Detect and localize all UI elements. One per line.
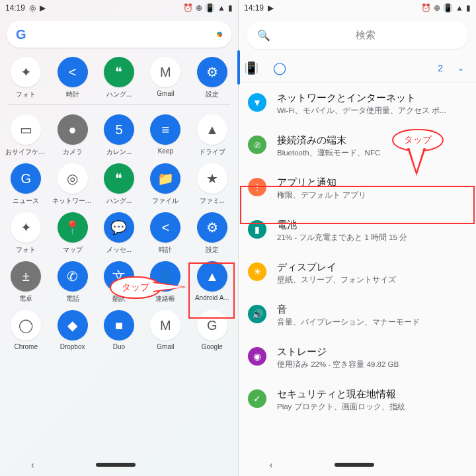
row-title: 接続済みの端末 xyxy=(277,134,380,147)
app-icon: G xyxy=(11,163,41,194)
row-text: ディスプレイ壁紙、スリーブ、フォントサイズ xyxy=(277,261,396,285)
alarm-icon: ⏰ xyxy=(421,3,431,13)
app-メッセ...[interactable]: 💬メッセ... xyxy=(96,212,142,255)
chevron-down-icon: ⌄ xyxy=(457,63,464,73)
app-Dropbox[interactable]: ◆Dropbox xyxy=(49,310,95,350)
app-ハング...[interactable]: ❝ハング... xyxy=(96,163,142,206)
app-Duo[interactable]: ■Duo xyxy=(96,310,142,350)
app-label: Chrome xyxy=(14,343,38,350)
back-button[interactable]: ‹ xyxy=(270,459,273,470)
app-Gmail[interactable]: MGmail xyxy=(142,310,188,350)
row-title: ネットワークとインターネット xyxy=(277,92,446,104)
status-right-icons: ⏰ ⊕ 📳 ▲ ▮ xyxy=(183,3,233,13)
app-icon: ▭ xyxy=(11,114,41,145)
app-電話[interactable]: ✆電話 xyxy=(49,261,95,303)
row-title: 電池 xyxy=(277,219,407,231)
app-icon: 👤 xyxy=(150,261,180,292)
app-フォト[interactable]: ✦フォト xyxy=(3,57,49,99)
settings-search-bar[interactable]: 🔍 検索 xyxy=(247,21,468,49)
row-icon: 🔊 xyxy=(248,305,266,323)
app-icon: ▲ xyxy=(197,114,227,145)
app-おサイフケータ...[interactable]: ▭おサイフケータ... xyxy=(3,114,49,157)
row-icon: ☀ xyxy=(248,262,266,281)
app-カレン...[interactable]: 5カレン... xyxy=(96,114,142,157)
app-label: 連絡帳 xyxy=(155,294,175,303)
app-icon: 📁 xyxy=(150,163,180,194)
app-Chrome[interactable]: ◯Chrome xyxy=(3,310,49,350)
app-label: 時計 xyxy=(66,90,79,99)
app-label: Dropbox xyxy=(60,343,85,350)
app-label: ハング... xyxy=(106,196,132,206)
app-label: 翻訳 xyxy=(112,294,126,303)
row-text: ネットワークとインターネットWi-Fi、モバイル、データ使用量、アクセス ポ..… xyxy=(277,92,446,116)
app-設定[interactable]: ⚙設定 xyxy=(189,212,235,255)
row-subtitle: Play プロテクト、画面ロック、指紋 xyxy=(277,402,405,412)
settings-row-音[interactable]: 🔊音音量、バイブレーション、マナーモード xyxy=(239,294,476,337)
settings-row-ストレージ[interactable]: ◉ストレージ使用済み 22% - 空き容量 49.82 GB xyxy=(239,337,476,379)
settings-row-電池[interactable]: ▮電池21% - フル充電まであと 1 時間 15 分 xyxy=(239,210,476,252)
app-icon: 💬 xyxy=(104,212,134,243)
row-icon: ⎚ xyxy=(248,136,266,154)
settings-list: ▼ネットワークとインターネットWi-Fi、モバイル、データ使用量、アクセス ポ.… xyxy=(239,83,476,421)
app-ネットワークフ...[interactable]: ◎ネットワークフ... xyxy=(49,163,95,206)
app-label: 電話 xyxy=(66,294,79,303)
app-連絡帳[interactable]: 👤連絡帳 xyxy=(142,261,188,303)
app-Android A...[interactable]: ▲Android A... xyxy=(189,261,235,303)
app-設定[interactable]: ⚙設定 xyxy=(189,57,235,99)
app-label: カレン... xyxy=(106,147,132,157)
divider xyxy=(8,104,230,105)
app-icon: G xyxy=(197,310,227,340)
settings-row-セキュリティと現在地情報[interactable]: ✓セキュリティと現在地情報Play プロテクト、画面ロック、指紋 xyxy=(239,379,476,421)
app-フォト[interactable]: ✦フォト xyxy=(3,212,49,255)
status-icon: ▶ xyxy=(40,3,46,13)
app-ファイル[interactable]: 📁ファイル xyxy=(142,163,188,206)
clock-text: 14:19 xyxy=(5,3,25,13)
settings-row-ネットワークとインターネット[interactable]: ▼ネットワークとインターネットWi-Fi、モバイル、データ使用量、アクセス ポ.… xyxy=(239,83,476,125)
google-search-bar[interactable]: G xyxy=(7,21,231,48)
settings-row-接続済みの端末[interactable]: ⎚接続済みの端末Bluetooth、運転モード、NFC xyxy=(239,125,476,167)
row-title: ディスプレイ xyxy=(277,261,396,274)
app-Keep[interactable]: ≡Keep xyxy=(142,114,188,157)
status-bar: 14:19 ◎ ▶ ⏰ ⊕ 📳 ▲ ▮ xyxy=(0,0,238,16)
app-時計[interactable]: <時計 xyxy=(49,57,95,99)
suggestion-strip[interactable]: 📳 ◯ 2 ⌄ xyxy=(239,54,476,83)
vibrate-suggestion-icon: 📳 xyxy=(244,61,258,75)
app-電卓[interactable]: ±電卓 xyxy=(3,261,49,303)
app-ニュース[interactable]: Gニュース xyxy=(3,163,49,206)
app-icon: ⚙ xyxy=(197,212,227,243)
app-ドライブ[interactable]: ▲ドライブ xyxy=(189,114,235,157)
back-button[interactable]: ‹ xyxy=(31,459,34,470)
wifi-icon: ▲ xyxy=(218,3,225,13)
home-pill[interactable] xyxy=(96,463,136,467)
app-icon: ✆ xyxy=(58,261,88,292)
settings-row-アプリと通知[interactable]: ⋮⋮⋮アプリと通知権限、デフォルト アプリ xyxy=(239,167,476,210)
status-right-icons: ⏰ ⊕ 📳 ▲ ▮ xyxy=(421,3,471,13)
app-icon: 📍 xyxy=(58,212,88,243)
nav-bar: ‹ xyxy=(0,456,238,473)
row-icon: ✓ xyxy=(248,389,266,408)
assistant-icon[interactable] xyxy=(217,32,222,37)
app-icon: < xyxy=(150,212,180,243)
app-icon: M xyxy=(150,57,180,87)
app-ファミ...[interactable]: ★ファミ... xyxy=(189,163,235,206)
app-カメラ[interactable]: ●カメラ xyxy=(49,114,95,157)
app-ハング...[interactable]: ❝ハング... xyxy=(96,57,142,99)
settings-row-ディスプレイ[interactable]: ☀ディスプレイ壁紙、スリーブ、フォントサイズ xyxy=(239,252,476,294)
app-マップ[interactable]: 📍マップ xyxy=(49,212,95,255)
app-icon: ≡ xyxy=(150,114,180,145)
home-pill[interactable] xyxy=(335,463,374,467)
app-label: メッセ... xyxy=(106,245,132,255)
app-翻訳[interactable]: 文翻訳 xyxy=(96,261,142,303)
app-Google[interactable]: GGoogle xyxy=(189,310,235,350)
row-subtitle: 壁紙、スリーブ、フォントサイズ xyxy=(277,275,396,285)
vibrate-icon: 📳 xyxy=(443,3,453,13)
app-時計[interactable]: <時計 xyxy=(142,212,188,255)
row-title: 音 xyxy=(277,303,420,316)
update-icon: ⊕ xyxy=(196,3,202,13)
row-icon: ◉ xyxy=(248,347,266,366)
battery-icon: ▮ xyxy=(228,3,233,13)
app-label: Gmail xyxy=(157,343,174,350)
app-Gmail[interactable]: MGmail xyxy=(142,57,188,99)
row-text: 電池21% - フル充電まであと 1 時間 15 分 xyxy=(277,219,407,243)
row-icon: ▮ xyxy=(248,220,266,239)
